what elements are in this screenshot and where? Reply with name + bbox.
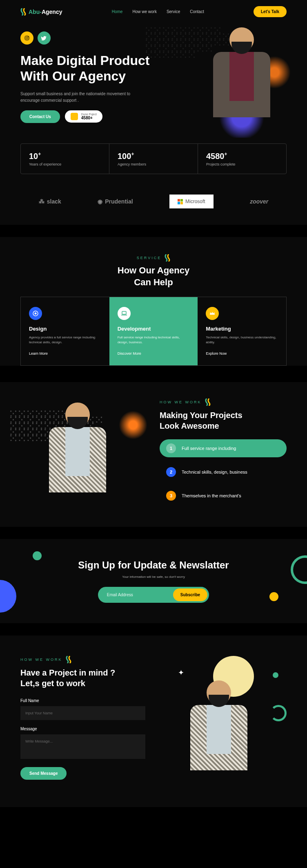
name-input[interactable] [20,706,145,720]
service-label: SERVICE [137,256,161,260]
person-image [37,394,118,501]
microsoft-logo: Microsoft [169,195,214,208]
logo-icon [165,254,170,262]
decoration-ring [291,555,307,584]
badge-icon [71,113,78,120]
stat-experience: 10+ Years of experience [21,144,109,174]
email-input[interactable] [100,588,173,601]
contact-us-button[interactable]: Contact Us [20,110,60,123]
contact-section: HOW WE WORK Have a Project in mind ?Let,… [0,635,307,807]
hero-person-image [201,19,283,125]
services-title: How Our AgencyCan Help [0,265,307,288]
how-we-work-section: ⁙⁙⁙⁙⁙⁙⁙⁙⁙⁙⁙⁙⁙⁙⁙⁙⁙⁙⁙⁙⁙⁙⁙⁙⁙⁙⁙⁙⁙⁙⁙⁙⁙⁙⁙⁙⁙⁙⁙⁙… [0,382,307,527]
prudential-icon: ◉ [98,198,102,205]
nav-how[interactable]: How we work [132,9,156,14]
svg-point-4 [35,312,37,314]
name-label: Full Name [20,698,145,703]
person-image [178,672,260,779]
services-section: SERVICE How Our AgencyCan Help Design Ag… [0,237,307,365]
lets-talk-button[interactable]: Let's Talk [254,6,287,17]
decoration-circle [33,551,42,560]
microsoft-icon [178,199,183,204]
svg-point-1 [26,37,28,39]
send-message-button[interactable]: Send Message [20,767,67,780]
nav-service[interactable]: Service [167,9,180,14]
prudential-logo: ◉Prudential [98,198,133,205]
logo-text-agency: Agency [42,9,62,15]
newsletter-subtitle: Your information will be safe, so don't … [20,575,287,579]
slack-logo: ⁂slack [39,198,61,205]
nav-contact[interactable]: Contact [190,9,204,14]
step-3[interactable]: 3 Themselves in the merchant's [160,487,287,505]
how-title: Making Your ProjectsLook Awesome [160,410,287,431]
logo-icon [20,8,26,16]
svg-point-2 [28,36,29,37]
service-card-marketing[interactable]: Marketing Technical skills, design, busi… [198,297,286,365]
step-1[interactable]: 1 Full service range including [160,439,287,457]
instagram-icon[interactable] [20,31,33,45]
logo-text-abu: Abu- [29,9,42,15]
subscribe-button[interactable]: Subscribe [173,588,207,601]
services-grid: Design Agency provides a full service ra… [20,297,287,366]
hero-subtitle: Support small business and join the nati… [20,91,135,104]
slack-icon: ⁂ [39,198,44,205]
stat-projects: 4580+ Projects complete [198,144,286,174]
newsletter-title: Sign Up for Update & Newslatter [20,559,287,571]
newsletter-form: Subscribe [98,587,209,603]
hero: ⁙⁙⁙⁙⁙⁙⁙⁙⁙⁙⁙⁙⁙⁙⁙⁙⁙⁙⁙⁙⁙⁙⁙⁙⁙⁙⁙⁙⁙⁙⁙⁙⁙⁙⁙⁙⁙⁙⁙⁙… [0,23,307,123]
badge-label: Done Poject [81,113,97,116]
explore-now-link[interactable]: Explore Now [206,351,278,356]
nav-home[interactable]: Home [112,9,123,14]
laptop-icon [118,307,131,320]
service-card-development[interactable]: Development Full service range including… [109,297,198,365]
target-icon [29,307,42,320]
message-input[interactable] [20,734,145,759]
logo-icon [205,398,211,406]
contact-title: Have a Project in mind ?Let,s get to wor… [20,667,145,689]
decoration-circle [273,672,278,678]
discover-more-link[interactable]: Discover More [118,351,190,356]
decoration-circle [269,592,278,601]
zoover-logo: zoover [250,198,268,205]
stats-bar: 10+ Years of experience 100+ Agency memb… [20,143,287,174]
how-label: HOW WE WORK [160,400,202,404]
decoration-ring [270,705,287,721]
svg-rect-5 [122,311,126,314]
step-2[interactable]: 2 Technical skills, design, business [160,463,287,481]
badge-number: 4580+ [81,116,97,120]
learn-more-link[interactable]: Learn More [29,351,101,356]
hero-section: Abu-Agency Home How we work Service Cont… [0,0,307,225]
crown-icon [206,307,219,320]
newsletter-section: Sign Up for Update & Newslatter Your inf… [0,539,307,623]
message-label: Message [20,727,145,731]
decoration-circle [0,580,16,613]
stat-members: 100+ Agency members [109,144,198,174]
service-card-design[interactable]: Design Agency provides a full service ra… [21,297,109,365]
contact-label: HOW WE WORK [20,658,62,662]
partner-logos: ⁂slack ◉Prudential Microsoft zoover [0,186,307,225]
splash-decoration [119,411,147,439]
nav: Home How we work Service Contact [112,9,204,14]
twitter-icon[interactable] [38,31,51,45]
done-project-badge: Done Poject 4580+ [65,110,102,123]
logo[interactable]: Abu-Agency [20,8,62,16]
logo-icon [66,656,71,663]
hero-title: Make Digital ProductWith Our Agency [20,53,159,84]
